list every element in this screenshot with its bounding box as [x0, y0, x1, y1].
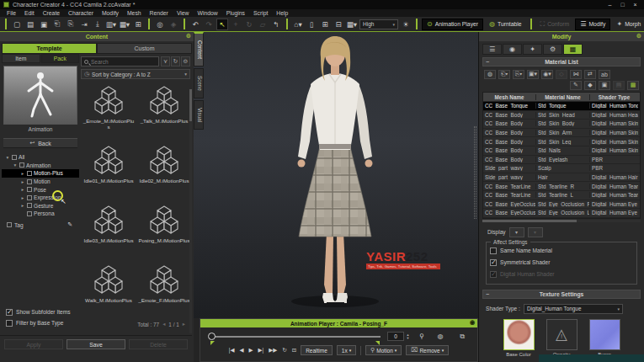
- menu-item[interactable]: Mesh: [127, 10, 141, 16]
- texture-slot-bump[interactable]: Bump: [589, 319, 620, 357]
- texture-slot-opacity[interactable]: △! Opacity: [546, 319, 577, 357]
- delete-button[interactable]: Delete: [129, 339, 188, 349]
- collapse-icon[interactable]: −: [486, 291, 489, 297]
- toolbar-icon[interactable]: ⊞: [132, 19, 144, 30]
- material-table-header[interactable]: Mesh Name Material Name Shader Type: [483, 93, 640, 102]
- timeline-track[interactable]: [212, 336, 381, 338]
- toolbar-icon[interactable]: ⇥: [78, 19, 90, 30]
- shader-type-dropdown[interactable]: Digital_Human Tongue ▾: [524, 304, 623, 314]
- toolbar-icon[interactable]: ⊞: [319, 19, 331, 30]
- search-input[interactable]: [91, 59, 156, 65]
- transport-button[interactable]: ▶: [249, 347, 253, 354]
- texture-settings-section[interactable]: − Texture Settings: [482, 290, 641, 299]
- toolbar-icon[interactable]: ↷: [203, 19, 215, 30]
- tree-expand-icon[interactable]: ▸: [20, 203, 25, 208]
- material-tool-icon[interactable]: ⇄: [584, 70, 596, 79]
- toolbar-icon[interactable]: ↖: [216, 19, 228, 30]
- toolbar-icon[interactable]: ↶: [189, 19, 201, 30]
- render-quality-dropdown[interactable]: High▾: [359, 19, 398, 29]
- search-tool-icon[interactable]: ↻: [171, 56, 180, 67]
- content-item[interactable]: _Talk_M.iMotionPlus: [138, 82, 190, 141]
- material-tool-icon[interactable]: ⎘▾: [513, 70, 524, 79]
- brightness-icon[interactable]: ☀: [400, 19, 412, 30]
- window-control-icon[interactable]: –: [604, 2, 615, 8]
- menu-item[interactable]: Window: [197, 10, 217, 16]
- subtab-pack[interactable]: Pack: [41, 54, 80, 63]
- toolbar-icon[interactable]: ▦▾: [346, 19, 358, 30]
- tab-custom[interactable]: Custom: [97, 43, 192, 54]
- menu-item[interactable]: View: [177, 10, 189, 16]
- table-row[interactable]: CC_Base_Body Std_Skin_Body Digital_Human…: [483, 120, 640, 129]
- modify-tab-icon[interactable]: ✦: [523, 44, 542, 55]
- option-checkbox[interactable]: Show Subfolder Items: [0, 306, 79, 317]
- toolbar-icon[interactable]: ↻: [243, 19, 255, 30]
- menu-item[interactable]: Script: [253, 10, 268, 16]
- camera-follow-icon[interactable]: ◍: [434, 331, 446, 342]
- material-tool-icon[interactable]: ⋈: [570, 70, 582, 79]
- affect-setting-checkbox[interactable]: Digital Human Shader: [490, 269, 633, 280]
- display-option-dropdown[interactable]: ▾: [528, 227, 543, 237]
- tree-node[interactable]: ▾ Animation: [2, 162, 79, 170]
- menu-item[interactable]: Edit: [24, 10, 35, 16]
- transport-button[interactable]: ▶▶: [269, 347, 277, 354]
- toolbar-icon[interactable]: ◈: [168, 19, 179, 30]
- material-tool-icon[interactable]: ◇: [556, 70, 567, 79]
- table-row[interactable]: CC_Base_TearLine Std_Tearline_R Digital_…: [483, 182, 640, 191]
- table-row[interactable]: CC_Base_Body Std_Skin_Leg Digital_Human …: [483, 137, 640, 146]
- realtime-button[interactable]: Realtime: [301, 345, 333, 355]
- content-item[interactable]: _Emote_F.iMotionPlus: [138, 261, 190, 321]
- range-start-marker[interactable]: [210, 341, 215, 345]
- toolbar-icon[interactable]: ▢: [11, 19, 23, 30]
- table-row[interactable]: CC_Base_TearLine Std_Tearline_L Digital_…: [483, 191, 640, 200]
- player-settings-icon[interactable]: ◉: [470, 319, 475, 326]
- toolbar-icon[interactable]: ⎗: [51, 19, 63, 30]
- tree-expand-icon[interactable]: ▸: [20, 195, 25, 200]
- transport-button[interactable]: ↻: [282, 347, 286, 354]
- tree-node[interactable]: ▸ Gesture: [2, 202, 79, 210]
- content-item[interactable]: _Emote_M.iMotionPlus: [82, 82, 135, 141]
- tree-node[interactable]: Persona: [2, 210, 79, 218]
- duplicate-clip-icon[interactable]: ⧉: [456, 331, 468, 342]
- toolbar-icon[interactable]: ▯: [306, 19, 317, 30]
- table-row[interactable]: CC_Base_EyeOcclusion Std_Eye_Occlusion_L…: [483, 209, 640, 218]
- remove-button[interactable]: ⌧Remove▾: [406, 345, 449, 355]
- affect-setting-checkbox[interactable]: Symmetrical Shader: [490, 257, 633, 269]
- transport-button[interactable]: |◀: [229, 347, 235, 354]
- modify-panel-header[interactable]: Modify ⚙: [479, 32, 644, 41]
- content-item[interactable]: Idle01_M.iMotionPlus: [82, 141, 135, 201]
- tree-node[interactable]: ▸ Pose: [2, 185, 79, 194]
- toolbar-icon[interactable]: ⊟: [333, 19, 344, 30]
- option-checkbox[interactable]: Filter by Base Type: [0, 317, 79, 328]
- table-row[interactable]: CC_Base_Body Std_Skin_Head Digital_Human…: [483, 111, 640, 120]
- table-row[interactable]: CC_Base_Body Std_Nails Digital_Human Ski…: [483, 146, 640, 156]
- turntable-button[interactable]: ◍Turntable: [485, 19, 525, 30]
- conform-button[interactable]: ⛶Conform: [536, 19, 574, 30]
- material-tool-icon[interactable]: ab: [599, 70, 610, 79]
- toolbar-icon[interactable]: ⌂▾: [292, 19, 304, 30]
- toolbar-icon[interactable]: ▱: [257, 19, 269, 30]
- toolbar-icon[interactable]: ⤓: [92, 19, 104, 30]
- material-tool-icon[interactable]: ◍: [484, 70, 496, 79]
- transport-button[interactable]: ⊡: [292, 347, 296, 354]
- panel-splitter[interactable]: [474, 126, 476, 219]
- tree-expand-icon[interactable]: ▸: [20, 187, 25, 192]
- content-item[interactable]: Posing_M.iMotionPlus: [138, 201, 190, 261]
- menu-item[interactable]: Character: [68, 10, 93, 16]
- texture-slot-base-color[interactable]: Base Color: [503, 319, 535, 357]
- next-page-icon[interactable]: ▸: [183, 321, 185, 327]
- tag-row[interactable]: Tag ✎: [2, 221, 79, 230]
- material-tool-icon[interactable]: ▣: [599, 81, 610, 90]
- table-row[interactable]: CC_Base_Body Std_Eyelash PBR: [483, 156, 640, 165]
- viewport-3d[interactable]: ContentSceneVisual: [194, 32, 478, 318]
- menu-item[interactable]: Help: [276, 10, 288, 16]
- toolbar-icon[interactable]: +: [230, 19, 242, 30]
- table-row[interactable]: Side_part_wavy Hair Digital_Human Hair: [483, 173, 640, 183]
- pencil-icon[interactable]: ✎: [67, 221, 72, 228]
- sort-dropdown[interactable]: ◷ Sort by Category : A to Z ▾: [81, 69, 190, 79]
- material-tool-icon[interactable]: ◆: [584, 81, 596, 90]
- tree-node[interactable]: ▸ Expression: [2, 194, 79, 202]
- tree-node[interactable]: ▾ All: [2, 153, 79, 162]
- menu-item[interactable]: Plugins: [226, 10, 245, 16]
- material-tool-icon[interactable]: ✎: [570, 81, 582, 90]
- table-hscrollbar[interactable]: [482, 220, 641, 222]
